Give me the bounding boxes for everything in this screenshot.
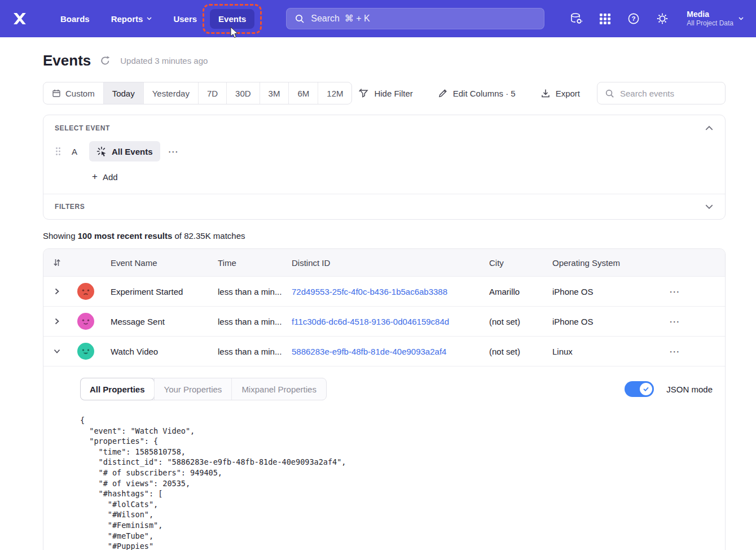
event-chip-label: All Events bbox=[112, 147, 153, 156]
filters-section-header[interactable]: FILTERS bbox=[43, 194, 725, 219]
calendar-icon bbox=[52, 89, 61, 98]
select-event-label: SELECT EVENT bbox=[55, 124, 110, 132]
table-row-expanded[interactable]: Watch Video less than a min... 5886283e-… bbox=[43, 336, 725, 366]
export-button[interactable]: Export bbox=[540, 88, 580, 98]
drag-handle-icon[interactable] bbox=[55, 147, 61, 156]
table-row[interactable]: Experiment Started less than a min... 72… bbox=[43, 276, 725, 306]
col-header-city: City bbox=[480, 258, 543, 268]
event-more-icon[interactable]: ⋯ bbox=[168, 145, 179, 158]
date-range-yesterday[interactable]: Yesterday bbox=[143, 82, 198, 104]
select-event-section: SELECT EVENT A bbox=[43, 115, 725, 194]
search-events-input[interactable] bbox=[620, 89, 718, 98]
date-range-label: Yesterday bbox=[152, 89, 190, 98]
cell-distinct-id-link[interactable]: 5886283e-e9fb-48fb-81de-40e9093a2af4 bbox=[282, 347, 480, 356]
cell-os: iPhone OS bbox=[543, 287, 649, 296]
cell-city: (not set) bbox=[480, 347, 543, 356]
date-range-today[interactable]: Today bbox=[103, 82, 143, 104]
row-more-icon[interactable]: ⋯ bbox=[649, 315, 725, 328]
data-management-icon[interactable] bbox=[569, 12, 583, 25]
events-table: Event Name Time Distinct ID City Operati… bbox=[43, 248, 726, 550]
date-range-30d[interactable]: 30D bbox=[226, 82, 260, 104]
date-range-label: Custom bbox=[65, 89, 95, 98]
cell-event-name: Watch Video bbox=[101, 347, 208, 356]
cursor-icon bbox=[230, 27, 238, 38]
event-row-letter: A bbox=[72, 147, 80, 156]
toolbar: Custom Today Yesterday 7D 30D 3M 6M 12M … bbox=[43, 82, 726, 104]
chevron-down-icon bbox=[739, 17, 744, 20]
date-range-label: Today bbox=[112, 89, 135, 98]
project-name: Media bbox=[687, 10, 733, 19]
global-search[interactable] bbox=[286, 8, 544, 29]
chevron-right-icon[interactable] bbox=[52, 286, 62, 296]
global-search-input[interactable] bbox=[311, 14, 536, 24]
cell-distinct-id-link[interactable]: 72d49553-25fc-4f0c-b436-1b5ac6ab3388 bbox=[282, 287, 480, 296]
date-range-7d[interactable]: 7D bbox=[198, 82, 226, 104]
export-label: Export bbox=[556, 89, 580, 98]
json-mode-toggle[interactable] bbox=[625, 381, 654, 397]
tab-your-properties[interactable]: Your Properties bbox=[154, 378, 232, 400]
row-more-icon[interactable]: ⋯ bbox=[649, 285, 725, 298]
search-icon bbox=[605, 89, 614, 98]
nav-item-boards[interactable]: Boards bbox=[52, 9, 98, 29]
hide-filter-button[interactable]: Hide Filter bbox=[358, 88, 412, 98]
settings-gear-icon[interactable] bbox=[656, 12, 669, 25]
download-icon bbox=[540, 88, 551, 98]
hide-filter-label: Hide Filter bbox=[374, 89, 412, 98]
tab-all-properties[interactable]: All Properties bbox=[80, 378, 155, 400]
apps-grid-icon[interactable] bbox=[598, 12, 612, 25]
date-range-label: 3M bbox=[269, 89, 280, 98]
last-updated-text: Updated 3 minutes ago bbox=[120, 56, 208, 66]
toggle-knob bbox=[640, 383, 652, 395]
nav-item-reports[interactable]: Reports bbox=[103, 9, 161, 29]
date-range-6m[interactable]: 6M bbox=[288, 82, 318, 104]
mixpanel-logo[interactable] bbox=[11, 10, 28, 27]
cell-os: Linux bbox=[543, 347, 649, 356]
nav-item-users[interactable]: Users bbox=[165, 9, 205, 29]
chevron-right-icon[interactable] bbox=[52, 316, 62, 326]
refresh-icon[interactable] bbox=[100, 55, 111, 67]
navbar-actions: ? Media All Project Data bbox=[569, 10, 744, 28]
expand-section-icon[interactable] bbox=[705, 203, 714, 210]
row-more-icon[interactable]: ⋯ bbox=[649, 345, 725, 358]
event-row: A All Events ⋯ bbox=[55, 141, 714, 161]
date-range-12m[interactable]: 12M bbox=[318, 82, 351, 104]
json-mode-label: JSON mode bbox=[666, 385, 713, 394]
chevron-down-icon bbox=[147, 17, 152, 20]
nav-item-label: Users bbox=[173, 14, 197, 24]
chevron-down-icon[interactable] bbox=[52, 346, 62, 356]
expanded-row-detail: All Properties Your Properties Mixpanel … bbox=[43, 366, 725, 550]
event-json-view: { "event": "Watch Video", "properties": … bbox=[80, 415, 714, 550]
help-icon[interactable]: ? bbox=[627, 12, 640, 25]
cell-time: less than a min... bbox=[208, 287, 282, 296]
primary-nav: Boards Reports Users Events bbox=[52, 9, 254, 29]
event-selector-chip[interactable]: All Events bbox=[89, 141, 160, 161]
date-range-label: 30D bbox=[235, 89, 251, 98]
search-icon bbox=[295, 14, 305, 24]
table-row[interactable]: Message Sent less than a min... f11c30d6… bbox=[43, 306, 725, 336]
cell-time: less than a min... bbox=[208, 347, 282, 356]
project-scope: All Project Data bbox=[687, 19, 733, 28]
date-range-label: 12M bbox=[327, 89, 343, 98]
filters-label: FILTERS bbox=[55, 203, 85, 211]
query-builder-panel: SELECT EVENT A bbox=[43, 115, 726, 220]
collapse-all-icon[interactable] bbox=[53, 258, 61, 267]
date-range-custom[interactable]: Custom bbox=[43, 82, 103, 104]
cell-distinct-id-link[interactable]: f11c30d6-dc6d-4518-9136-0d046159c84d bbox=[282, 317, 480, 326]
table-header-row: Event Name Time Distinct ID City Operati… bbox=[43, 249, 725, 276]
nav-item-events[interactable]: Events bbox=[210, 9, 254, 29]
edit-columns-button[interactable]: Edit Columns · 5 bbox=[438, 88, 516, 98]
filter-icon bbox=[358, 88, 369, 98]
add-event-button[interactable]: + Add bbox=[92, 171, 118, 182]
tab-mixpanel-properties[interactable]: Mixpanel Properties bbox=[231, 378, 326, 400]
event-avatar bbox=[77, 313, 94, 330]
collapse-section-icon[interactable] bbox=[705, 125, 714, 132]
project-switcher[interactable]: Media All Project Data bbox=[687, 10, 744, 28]
nav-item-label: Reports bbox=[111, 14, 143, 24]
search-events-field[interactable] bbox=[597, 82, 726, 104]
page-content: Events Updated 3 minutes ago Custom Toda… bbox=[43, 52, 726, 550]
plus-icon: + bbox=[92, 171, 98, 182]
date-range-3m[interactable]: 3M bbox=[260, 82, 289, 104]
cell-os: iPhone OS bbox=[543, 317, 649, 326]
results-summary: Showing 100 most recent results of 82.35… bbox=[43, 231, 726, 241]
nav-item-label: Boards bbox=[60, 14, 90, 24]
